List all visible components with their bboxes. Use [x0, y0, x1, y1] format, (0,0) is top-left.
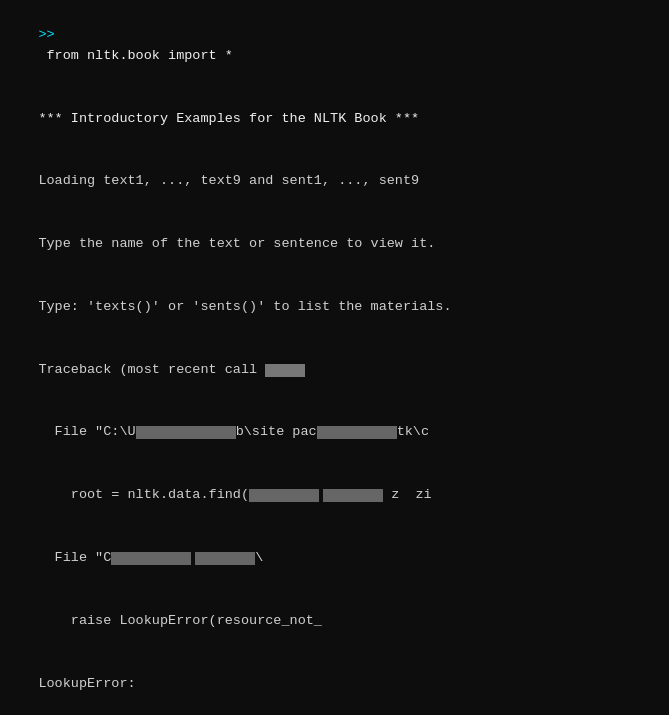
root-prefix: root = nltk.data.find( [38, 487, 249, 502]
line-raise: raise LookupError(resource_not_ [6, 590, 663, 653]
line-file1: File "C:\U b\site pac tk\c [6, 402, 663, 465]
line-type2: Type: 'texts()' or 'sents()' to list the… [6, 276, 663, 339]
file2-prefix: File "C [38, 550, 111, 565]
type1-text: Type the name of the text or sentence to… [38, 236, 435, 251]
file1-suffix: tk\c [397, 424, 429, 439]
file1-prefix: File "C:\U [38, 424, 135, 439]
line-file2: File "C \ [6, 527, 663, 590]
line-intro: *** Introductory Examples for the NLTK B… [6, 88, 663, 151]
prompt-arrow: >> [38, 27, 54, 42]
line-type1: Type the name of the text or sentence to… [6, 213, 663, 276]
line-lookup-error: LookupError: [6, 653, 663, 715]
terminal-window: >> from nltk.book import * *** Introduct… [0, 0, 669, 715]
lookup-error-text: LookupError: [38, 676, 135, 691]
line-traceback-header: Traceback (most recent call [6, 339, 663, 402]
line-loading: Loading text1, ..., text9 and sent1, ...… [6, 150, 663, 213]
file2-suffix: \ [255, 550, 263, 565]
line-root: root = nltk.data.find( z zi [6, 464, 663, 527]
raise-text: raise LookupError(resource_not_ [38, 613, 322, 628]
type2-text: Type: 'texts()' or 'sents()' to list the… [38, 299, 451, 314]
intro-text: *** Introductory Examples for the NLTK B… [38, 111, 419, 126]
file1-mid: b\site pac [236, 424, 317, 439]
blur4 [249, 489, 319, 502]
blur2 [136, 426, 236, 439]
blur6 [111, 552, 191, 565]
traceback-text: Traceback (most recent call [38, 362, 265, 377]
import-command: from nltk.book import * [38, 48, 232, 63]
blur7 [195, 552, 255, 565]
root-suffix: z zi [383, 487, 432, 502]
blur3 [317, 426, 397, 439]
line-import: >> from nltk.book import * [6, 4, 663, 88]
blur1 [265, 364, 305, 377]
loading-text: Loading text1, ..., text9 and sent1, ...… [38, 173, 419, 188]
blur5 [323, 489, 383, 502]
